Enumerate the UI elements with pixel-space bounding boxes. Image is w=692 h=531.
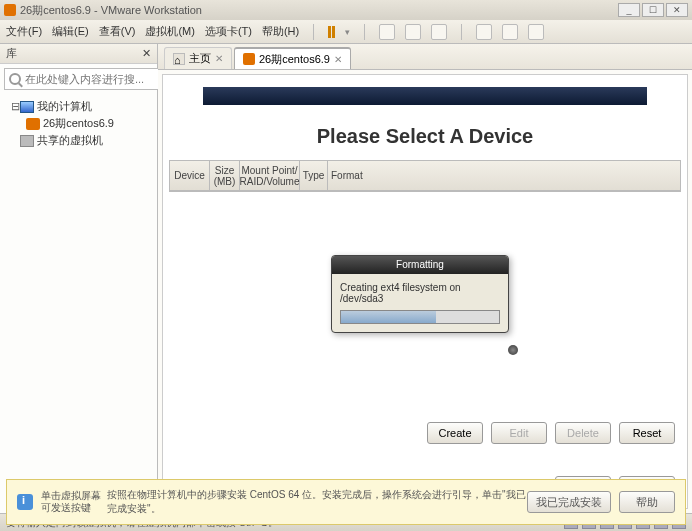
shared-icon [20,135,34,147]
device-table: Device Size (MB) Mount Point/ RAID/Volum… [169,160,681,192]
tab-home-label: 主页 [189,51,211,66]
toolbar-fullscreen-icon[interactable] [476,24,492,40]
vm-console[interactable]: Please Select A Device Device Size (MB) … [162,74,688,509]
col-type: Type [300,161,328,190]
close-tab-icon[interactable]: ✕ [215,53,223,64]
tab-vm[interactable]: 26期centos6.9 ✕ [234,47,351,69]
menu-view[interactable]: 查看(V) [99,24,136,39]
close-tab-icon[interactable]: ✕ [334,54,342,65]
minimize-button[interactable]: _ [618,3,640,17]
hint-text-2: 按照在物理计算机中的步骤安装 CentOS 64 位。安装完成后，操作系统会进行… [107,488,527,516]
close-sidebar-icon[interactable]: ✕ [142,47,151,60]
sidebar: 库 ✕ ▾ ⊟ 我的计算机 26期centos6.9 [0,44,158,513]
tree-shared-label: 共享的虚拟机 [37,133,103,148]
maximize-button[interactable]: ☐ [642,3,664,17]
library-label: 库 [6,46,17,61]
col-mount: Mount Point/ RAID/Volume [240,161,300,190]
tab-home[interactable]: ⌂ 主页 ✕ [164,47,232,69]
home-icon: ⌂ [173,53,185,65]
menu-file[interactable]: 文件(F) [6,24,42,39]
formatting-dialog: Formatting Creating ext4 filesystem on /… [331,255,509,333]
menubar: 文件(F) 编辑(E) 查看(V) 虚拟机(M) 选项卡(T) 帮助(H) ▾ [0,20,692,44]
menu-edit[interactable]: 编辑(E) [52,24,89,39]
vm-icon [243,53,255,65]
create-button[interactable]: Create [427,422,483,444]
progress-bar [340,310,500,324]
tree-root[interactable]: ⊟ 我的计算机 [2,98,155,115]
vmware-icon [4,4,16,16]
tree-shared[interactable]: 共享的虚拟机 [2,132,155,149]
close-button[interactable]: ✕ [666,3,688,17]
menu-vm[interactable]: 虚拟机(M) [145,24,195,39]
reset-button[interactable]: Reset [619,422,675,444]
vm-tree: ⊟ 我的计算机 26期centos6.9 共享的虚拟机 [0,94,157,153]
dialog-title: Formatting [332,256,508,274]
search-icon [9,73,21,85]
vm-icon [26,118,40,130]
delete-button: Delete [555,422,611,444]
computer-icon [20,101,34,113]
titlebar: 26期centos6.9 - VMware Workstation _ ☐ ✕ [0,0,692,20]
col-device: Device [170,161,210,190]
tree-vm-label: 26期centos6.9 [43,116,114,131]
power-dropdown[interactable]: ▾ [345,27,350,37]
tree-root-label: 我的计算机 [37,99,92,114]
col-size: Size (MB) [210,161,240,190]
install-done-button[interactable]: 我已完成安装 [527,491,611,513]
toolbar-unity-icon[interactable] [502,24,518,40]
menu-help[interactable]: 帮助(H) [262,24,299,39]
collapse-icon[interactable]: ⊟ [10,100,20,113]
tree-vm-centos[interactable]: 26期centos6.9 [2,115,155,132]
toolbar-revert-icon[interactable] [405,24,421,40]
info-icon [17,494,33,510]
library-header: 库 ✕ [0,44,157,64]
search-input[interactable] [25,73,163,85]
window-title: 26期centos6.9 - VMware Workstation [20,3,202,18]
menu-tabs[interactable]: 选项卡(T) [205,24,252,39]
edit-button: Edit [491,422,547,444]
installer-banner [203,87,647,105]
help-button[interactable]: 帮助 [619,491,675,513]
hint-bar: 单击虚拟屏幕可发送按键 按照在物理计算机中的步骤安装 CentOS 64 位。安… [6,479,686,525]
toolbar-thumbnail-icon[interactable] [528,24,544,40]
tab-vm-label: 26期centos6.9 [259,52,330,67]
hint-text-1: 单击虚拟屏幕可发送按键 [41,490,107,514]
search-box[interactable] [4,68,168,90]
tab-bar: ⌂ 主页 ✕ 26期centos6.9 ✕ [158,44,692,70]
pause-icon[interactable] [328,26,335,38]
toolbar-manage-icon[interactable] [431,24,447,40]
toolbar-snapshot-icon[interactable] [379,24,395,40]
resize-handle-icon[interactable] [508,345,518,355]
dialog-message: Creating ext4 filesystem on /dev/sda3 [340,282,500,304]
page-title: Please Select A Device [163,125,687,148]
col-format: Format [328,161,680,190]
